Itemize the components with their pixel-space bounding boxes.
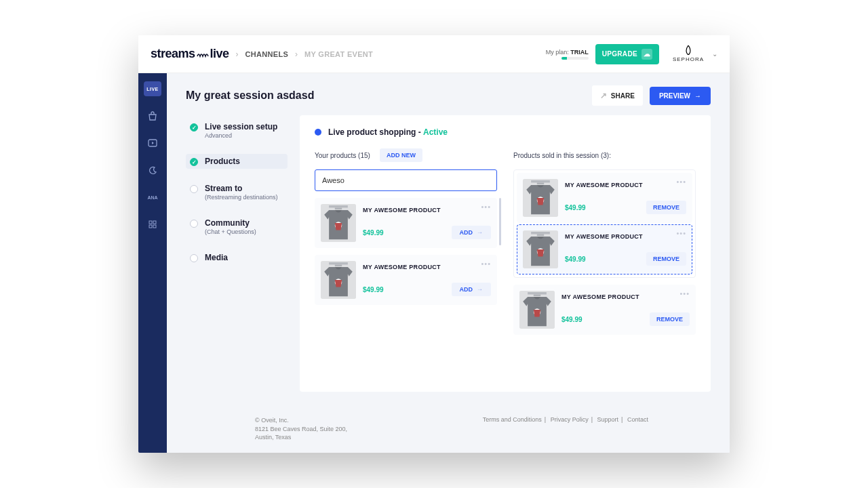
app-window: streamslive › CHANNELS › MY GREAT EVENT … xyxy=(138,35,730,453)
step-session-setup[interactable]: Live session setupAdvanced xyxy=(186,119,288,142)
footer-address2: Austin, Texas xyxy=(255,433,347,442)
product-card: ••• MY AWESOME PRODUCT $49.99 ADD xyxy=(315,255,497,305)
svg-rect-7 xyxy=(149,225,152,228)
product-name: MY AWESOME PRODUCT xyxy=(363,207,491,214)
footer: © Oveit, Inc. 8121 Bee Caves Road, Suite… xyxy=(167,405,730,453)
circle-icon xyxy=(190,185,198,193)
sold-group: ••• MY AWESOME PRODUCT $49.99 REMOVE xyxy=(513,169,696,278)
main-content: My great session asdasd SHARE PREVIEW Li… xyxy=(167,73,730,453)
product-price: $49.99 xyxy=(561,316,583,323)
step-media[interactable]: Media xyxy=(186,250,288,265)
add-new-button[interactable]: ADD NEW xyxy=(380,148,422,162)
product-name: MY AWESOME PRODUCT xyxy=(363,264,491,270)
product-price: $49.99 xyxy=(565,204,586,211)
sidebar-item-play[interactable] xyxy=(144,136,161,150)
more-icon[interactable]: ••• xyxy=(481,260,491,268)
product-thumbnail xyxy=(321,204,356,242)
product-name: MY AWESOME PRODUCT xyxy=(565,233,686,240)
sidebar-item-shop[interactable] xyxy=(144,108,161,123)
footer-link-privacy[interactable]: Privacy Policy xyxy=(551,416,589,423)
products-list: ••• MY AWESOME PRODUCT $49.99 ADD xyxy=(315,198,497,380)
preview-button[interactable]: PREVIEW xyxy=(650,87,711,105)
chevron-down-icon: ⌄ xyxy=(712,50,717,58)
product-name: MY AWESOME PRODUCT xyxy=(561,293,690,300)
product-thumbnail xyxy=(523,230,558,268)
scrollbar[interactable] xyxy=(499,198,501,245)
more-icon[interactable]: ••• xyxy=(481,203,491,211)
chevron-right-icon: › xyxy=(236,49,239,59)
product-name: MY AWESOME PRODUCT xyxy=(565,182,686,188)
setup-steps: Live session setupAdvanced Products Stre… xyxy=(186,115,288,392)
step-community[interactable]: Community(Chat + Questions) xyxy=(186,216,288,238)
product-card: ••• MY AWESOME PRODUCT $49.99 REMOVE xyxy=(517,173,692,223)
wave-icon xyxy=(197,50,209,58)
footer-links: Terms and Conditions| Privacy Policy| Su… xyxy=(483,416,648,423)
breadcrumb-event[interactable]: MY GREAT EVENT xyxy=(304,50,373,58)
remove-product-button[interactable]: REMOVE xyxy=(650,312,690,326)
product-card[interactable]: ••• MY AWESOME PRODUCT $49.99 REMOVE xyxy=(517,224,692,274)
page-header: My great session asdasd SHARE PREVIEW xyxy=(167,73,730,115)
sidebar-item-live[interactable]: LIVE xyxy=(144,81,161,96)
sold-products-column: Products sold in this session (3): ••• M… xyxy=(513,148,696,380)
circle-icon xyxy=(190,254,198,262)
plan-indicator: My plan: TRIAL xyxy=(546,49,589,60)
products-panel: Live product shopping - Active Your prod… xyxy=(300,115,711,392)
breadcrumb-channels[interactable]: CHANNELS xyxy=(245,50,289,58)
sold-products-label: Products sold in this session (3): xyxy=(513,152,611,159)
sidebar-item-grid[interactable] xyxy=(144,217,161,232)
product-card: ••• MY AWESOME PRODUCT $49.99 REMOVE xyxy=(513,285,696,335)
sold-products-list: ••• MY AWESOME PRODUCT $49.99 REMOVE xyxy=(513,169,696,335)
footer-link-support[interactable]: Support xyxy=(597,416,619,423)
product-search-input[interactable] xyxy=(315,169,497,191)
footer-link-terms[interactable]: Terms and Conditions xyxy=(483,416,542,423)
sidebar: LIVE ANA xyxy=(138,73,167,453)
chevron-right-icon: › xyxy=(295,49,298,59)
svg-rect-6 xyxy=(153,221,156,224)
circle-icon xyxy=(190,220,198,228)
product-price: $49.99 xyxy=(363,286,384,293)
your-products-label: Your products (15) xyxy=(315,152,370,159)
sidebar-item-moon[interactable] xyxy=(144,163,161,178)
remove-product-button[interactable]: REMOVE xyxy=(646,252,686,266)
more-icon[interactable]: ••• xyxy=(679,289,690,298)
remove-product-button[interactable]: REMOVE xyxy=(646,201,686,214)
step-stream-to[interactable]: Stream to(Restreaming destinations) xyxy=(186,181,288,203)
add-product-button[interactable]: ADD xyxy=(452,283,492,296)
org-switcher[interactable]: SEPHORA xyxy=(667,45,709,62)
footer-address1: 8121 Bee Caves Road, Suite 200, xyxy=(255,425,347,434)
step-products[interactable]: Products xyxy=(186,154,288,169)
product-thumbnail xyxy=(321,261,356,299)
product-thumbnail xyxy=(523,179,558,217)
bullet-icon xyxy=(315,129,321,136)
brand-logo[interactable]: streamslive xyxy=(151,47,229,61)
page-title: My great session asdasd xyxy=(186,89,314,102)
your-products-column: Your products (15) ADD NEW ••• xyxy=(315,148,497,380)
upgrade-button[interactable]: UPGRADE xyxy=(595,44,659,64)
share-button[interactable]: SHARE xyxy=(592,85,643,106)
topbar: streamslive › CHANNELS › MY GREAT EVENT … xyxy=(138,35,730,73)
product-thumbnail xyxy=(519,291,555,329)
product-price: $49.99 xyxy=(565,256,586,263)
svg-rect-5 xyxy=(149,221,152,224)
footer-company: © Oveit, Inc. xyxy=(255,416,347,425)
sidebar-item-ana[interactable]: ANA xyxy=(144,190,161,205)
add-product-button[interactable]: ADD xyxy=(452,226,492,239)
panel-title: Live product shopping - Active xyxy=(328,127,448,137)
check-icon xyxy=(190,123,198,131)
more-icon[interactable]: ••• xyxy=(676,178,686,186)
footer-link-contact[interactable]: Contact xyxy=(627,416,648,423)
more-icon[interactable]: ••• xyxy=(676,229,686,237)
check-icon xyxy=(190,158,198,166)
plan-progress-bar xyxy=(561,57,589,60)
svg-rect-8 xyxy=(153,225,156,228)
product-card: ••• MY AWESOME PRODUCT $49.99 ADD xyxy=(315,198,497,248)
product-price: $49.99 xyxy=(363,229,384,237)
